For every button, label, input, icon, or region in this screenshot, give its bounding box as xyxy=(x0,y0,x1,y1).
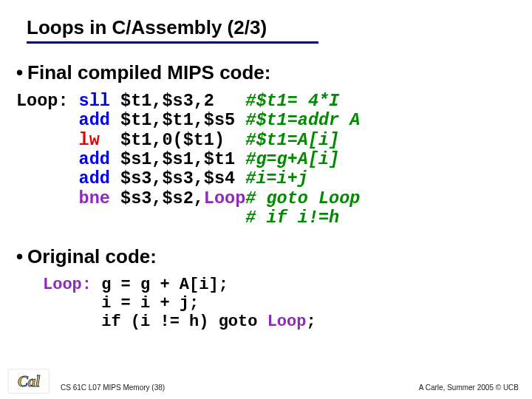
bullet-dot-icon: • xyxy=(16,61,23,84)
bullet-1: • Final compiled MIPS code: xyxy=(0,61,532,84)
c-code-block: Loop: g = g + A[i]; i = i + j; if (i != … xyxy=(43,276,532,331)
footer-left: CS 61C L07 MIPS Memory (38) xyxy=(61,383,165,392)
code1-opcode-column: sll add lw add add bne xyxy=(69,92,121,228)
bullet-1-text: Final compiled MIPS code: xyxy=(27,61,270,84)
code1-comment-column: #$t1= 4*I #$t1=addr A #$t1=A[i] #g=g+A[i… xyxy=(245,92,360,228)
footer-right: A Carle, Summer 2005 © UCB xyxy=(419,383,519,392)
slide-title: Loops in C/Assembly (2/3) xyxy=(27,16,318,44)
mips-code-block: Loop: sll add lw add add bne $t1,$s3,2 $… xyxy=(16,92,532,228)
cal-logo-icon: Cal xyxy=(7,368,50,395)
bullet-2: • Original code: xyxy=(0,245,532,268)
svg-text:Cal: Cal xyxy=(18,372,40,390)
bullet-dot-icon: • xyxy=(16,245,23,268)
code1-label-column: Loop: xyxy=(16,92,69,228)
code1-operand-column: $t1,$s3,2 $t1,$t1,$s5 $t1,0($t1) $s1,$s1… xyxy=(120,92,245,228)
bullet-2-text: Original code: xyxy=(27,245,157,268)
